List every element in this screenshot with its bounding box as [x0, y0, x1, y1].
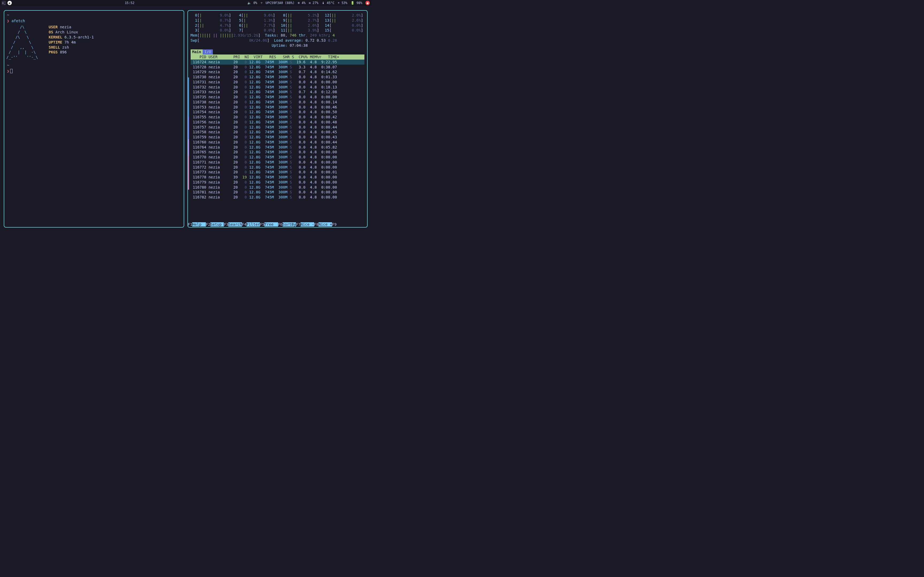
prompt-line: ❯ afetch [7, 19, 181, 23]
process-row[interactable]: 116730 nezia 20 0 12.8G 745M 300M S 0.0 … [191, 74, 365, 80]
process-row[interactable]: 116781 nezia 20 0 12.8G 745M 300M S 0.0 … [191, 190, 365, 195]
process-row[interactable]: 116764 nezia 20 0 12.8G 745M 300M S 0.0 … [191, 145, 365, 150]
process-row[interactable]: 116758 nezia 20 0 12.8G 745M 300M S 0.0 … [191, 130, 365, 135]
process-row[interactable]: 116765 nezia 20 0 12.8G 745M 300M S 0.0 … [191, 150, 365, 155]
cpu-meters: 0[| 9.0%] 1[| 0.7%] 2[|| 4.7%] 3[ 0.0%] … [191, 13, 365, 33]
menu-indicator[interactable]: ≡ 27% [309, 1, 318, 5]
system-info-block: USER nezia OS Arch Linux KERNEL 6.3.5-ar… [48, 24, 94, 60]
process-row[interactable]: 116772 nezia 20 0 12.8G 745M 300M S 0.0 … [191, 165, 365, 170]
info-key-user: USER [48, 25, 58, 29]
wifi-icon: ᯤ [260, 1, 263, 5]
scrollbar[interactable] [188, 77, 189, 190]
process-row[interactable]: 116754 nezia 20 0 12.8G 745M 300M S 0.0 … [191, 110, 365, 114]
tab-main[interactable]: Main [191, 50, 203, 55]
process-list[interactable]: 116724 nezia 20 0 12.8G 745M 300M S 19.6… [191, 60, 365, 200]
info-key-kernel: KERNEL [48, 35, 62, 39]
process-row[interactable]: 116778 nezia 39 19 12.8G 745M 300M S 0.0… [191, 175, 365, 180]
menu-icon: ≡ [309, 1, 311, 5]
chip-icon: ❄ [298, 1, 300, 5]
prompt-cwd: ~ [7, 13, 181, 17]
process-row[interactable]: 116753 nezia 20 0 12.8G 745M 300M S 0.0 … [191, 105, 365, 110]
info-val-kernel: 6.3.5-arch1-1 [65, 35, 94, 39]
prompt-cwd: ~ [7, 63, 181, 67]
cursor-icon [10, 69, 13, 73]
info-key-uptime: UPTIME [48, 40, 62, 44]
process-row[interactable]: 116738 nezia 20 0 12.8G 745M 300M S 0.0 … [191, 100, 365, 105]
mem-total: 2.93G/15.2G [233, 33, 258, 37]
battery-indicator[interactable]: 🔋 98% [351, 1, 362, 5]
info-val-uptime: 7h 4m [65, 40, 76, 44]
process-row[interactable]: 116756 nezia 20 0 12.8G 745M 300M S 0.0 … [191, 120, 365, 125]
temp-indicator[interactable]: 🌡 45°C [321, 1, 334, 5]
os-ascii-logo: /\ / \ /\ \ / \ / ,, \ / | | -\ /_-'' ''… [6, 24, 38, 60]
info-key-shell: SHELL [48, 45, 60, 50]
prompt-input[interactable]: ❯ [7, 69, 181, 73]
process-row[interactable]: 116770 nezia 20 0 12.8G 745M 300M S 0.0 … [191, 155, 365, 160]
process-row[interactable]: 116757 nezia 20 0 12.8G 745M 300M S 0.0 … [191, 125, 365, 130]
htop-tabs: MainI/O [191, 50, 365, 55]
info-key-pkgs: PKGS [48, 50, 58, 54]
info-val-user: nezia [60, 25, 71, 29]
info-key-os: OS [48, 30, 53, 34]
process-row[interactable]: 116724 nezia 20 0 12.8G 745M 300M S 19.6… [191, 60, 365, 64]
terminal-pane-right[interactable]: 0[| 9.0%] 1[| 0.7%] 2[|| 4.7%] 3[ 0.0%] … [187, 10, 368, 227]
thermometer-icon: 🌡 [321, 1, 325, 5]
discord-tray-icon[interactable]: ● [365, 1, 370, 5]
workspace-app-icon[interactable]: ◐ [8, 1, 12, 5]
process-row[interactable]: 116735 nezia 20 0 12.8G 745M 300M S 0.0 … [191, 95, 365, 100]
volume-indicator[interactable]: 🔈 0% [247, 1, 257, 5]
function-key-bar[interactable]: F1Help F2Setup F3SearchF4FilterF5Tree F6… [188, 222, 367, 227]
process-header[interactable]: PID USER PRI NI VIRT RES SHR S CPU% MEM%… [191, 55, 365, 60]
tiling-desktop: ~ ❯ afetch /\ / \ /\ \ / \ / ,, \ / | | … [0, 6, 372, 232]
process-row[interactable]: 116755 nezia 20 0 12.8G 745M 300M S 0.0 … [191, 114, 365, 120]
swap-meter: Swp[ 0K/24.0G] Load average: 0.72 0.53 0… [191, 38, 365, 43]
process-row[interactable]: 116771 nezia 20 0 12.8G 745M 300M S 0.0 … [191, 160, 365, 165]
process-row[interactable]: 116732 nezia 20 0 12.8G 745M 300M S 0.0 … [191, 85, 365, 90]
process-row[interactable]: 116728 nezia 20 0 12.8G 745M 300M S 3.3 … [191, 64, 365, 70]
process-row[interactable]: 116759 nezia 20 0 12.8G 745M 300M S 0.0 … [191, 135, 365, 140]
status-bar: >_ ◐ 15:52 🔈 0% ᯤ UPC59F3A0 (88%) ❄ 4% ≡… [0, 0, 372, 6]
process-row[interactable]: 116773 nezia 20 0 12.8G 745M 300M S 0.0 … [191, 169, 365, 175]
cpu-indicator[interactable]: ❄ 4% [298, 1, 305, 5]
process-row[interactable]: 116731 nezia 20 0 12.8G 745M 300M S 0.0 … [191, 80, 365, 85]
gear-icon: ☀ [338, 1, 339, 5]
wifi-indicator[interactable]: ᯤ UPC59F3A0 (88%) [260, 1, 295, 5]
process-row[interactable]: 116760 nezia 20 0 12.8G 745M 300M S 0.0 … [191, 140, 365, 145]
brightness-indicator[interactable]: ☀ 53% [338, 1, 347, 5]
terminal-pane-left[interactable]: ~ ❯ afetch /\ / \ /\ \ / \ / ,, \ / | | … [4, 10, 184, 227]
typed-command: afetch [11, 19, 25, 23]
info-val-os: Arch Linux [55, 30, 78, 34]
process-row[interactable]: 116782 nezia 20 0 12.8G 745M 300M S 0.0 … [191, 195, 365, 200]
workspace-terminal-icon[interactable]: >_ [2, 1, 6, 5]
process-row[interactable]: 116729 nezia 20 0 12.8G 745M 300M S 0.7 … [191, 69, 365, 74]
info-val-pkgs: 896 [60, 50, 66, 54]
process-row[interactable]: 116780 nezia 20 0 12.8G 745M 300M S 0.0 … [191, 185, 365, 190]
process-row[interactable]: 116733 nezia 20 0 12.8G 745M 300M S 0.7 … [191, 89, 365, 95]
battery-icon: 🔋 [351, 1, 355, 5]
uptime-line: Uptime: 07:04:38 [191, 43, 365, 48]
memory-meter: Mem[||||| || ||||||2.93G/15.2G] Tasks: 8… [191, 33, 365, 38]
tab-io[interactable]: I/O [203, 50, 213, 55]
speaker-icon: 🔈 [247, 1, 251, 5]
info-val-shell: zsh [62, 45, 69, 50]
clock[interactable]: 15:52 [125, 1, 134, 5]
process-row[interactable]: 116779 nezia 20 0 12.8G 745M 300M S 0.0 … [191, 180, 365, 185]
